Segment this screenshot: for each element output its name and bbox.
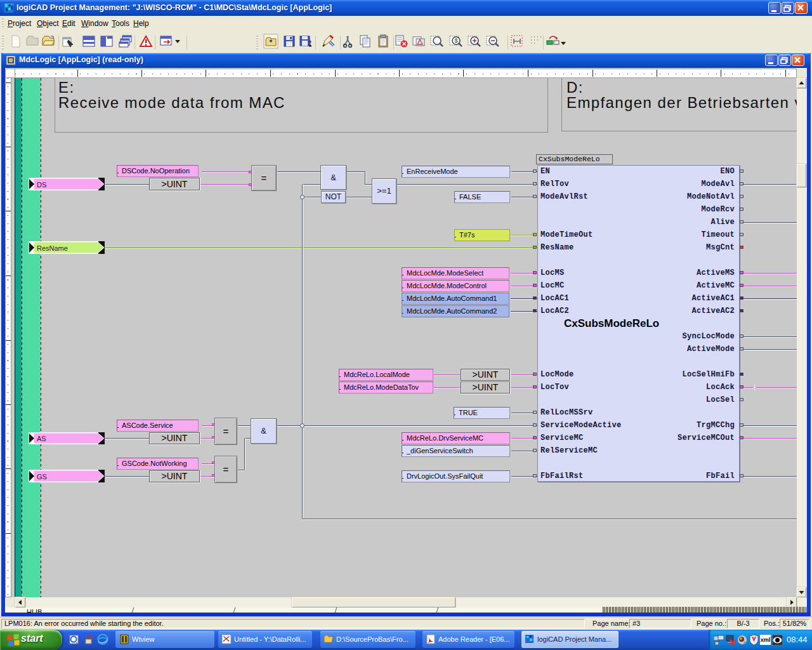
svg-text:$: $: [454, 37, 457, 44]
svg-text:ResName: ResName: [37, 244, 68, 252]
svg-text:DS: DS: [37, 181, 46, 189]
svg-text:GS: GS: [37, 473, 47, 481]
svg-text:AS: AS: [37, 435, 46, 442]
